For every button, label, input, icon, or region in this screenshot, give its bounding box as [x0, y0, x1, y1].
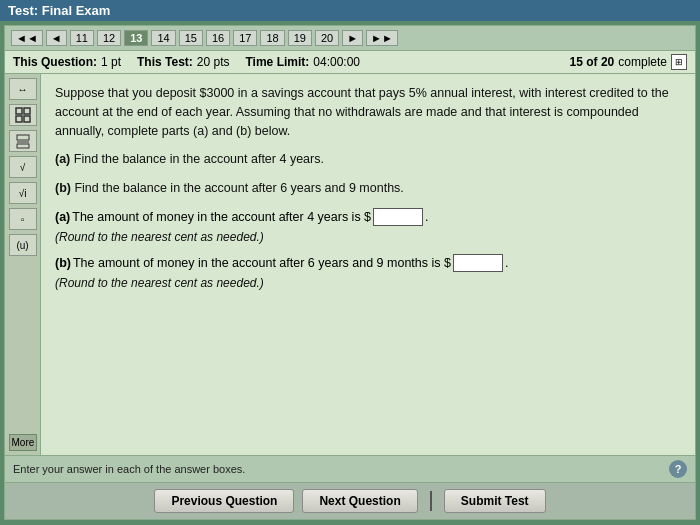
title-label: Test: [8, 3, 38, 18]
tool-dot[interactable]: ▫ [9, 208, 37, 230]
question-pts: This Question: 1 pt [13, 55, 121, 69]
part-b-answer-line: (b) The amount of money in the account a… [55, 254, 681, 272]
part-b-suffix: . [505, 256, 508, 270]
question-content: Suppose that you deposit $3000 in a savi… [41, 74, 695, 455]
time-label: Time Limit: [246, 55, 310, 69]
nav-back-all[interactable]: ◄◄ [11, 30, 43, 46]
nav-page-13[interactable]: 13 [124, 30, 148, 46]
title-bar: Test: Final Exam [0, 0, 700, 21]
svg-rect-6 [17, 144, 29, 148]
nav-bar: ◄◄ ◄ 11 12 13 14 15 16 17 18 19 20 ► ►► [5, 26, 695, 51]
bottom-buttons: Previous Question Next Question Submit T… [5, 482, 695, 519]
nav-page-19[interactable]: 19 [288, 30, 312, 46]
test-value: 20 pts [197, 55, 230, 69]
nav-page-11[interactable]: 11 [70, 30, 94, 46]
question-value: 1 pt [101, 55, 121, 69]
test-label: This Test: [137, 55, 193, 69]
nav-page-16[interactable]: 16 [206, 30, 230, 46]
nav-page-15[interactable]: 15 [179, 30, 203, 46]
main-container: ◄◄ ◄ 11 12 13 14 15 16 17 18 19 20 ► ►► … [4, 25, 696, 520]
info-bar: This Question: 1 pt This Test: 20 pts Ti… [5, 51, 695, 74]
title-value: Final Exam [42, 3, 111, 18]
sub-a-instruction: (a) Find the balance in the account afte… [55, 150, 681, 169]
help-icon[interactable]: ? [669, 460, 687, 478]
previous-question-button[interactable]: Previous Question [154, 489, 294, 513]
part-a-prefix: The amount of money in the account after… [72, 210, 371, 224]
part-b-label: (b) [55, 256, 71, 270]
time-limit: Time Limit: 04:00:00 [246, 55, 361, 69]
submit-test-button[interactable]: Submit Test [444, 489, 546, 513]
part-b-round-note: (Round to the nearest cent as needed.) [55, 276, 681, 290]
part-a-input[interactable] [373, 208, 423, 226]
nav-page-12[interactable]: 12 [97, 30, 121, 46]
tool-sqrt-i[interactable]: √i [9, 182, 37, 204]
svg-rect-4 [17, 135, 29, 140]
footer-text: Enter your answer in each of the answer … [13, 463, 245, 475]
nav-page-20[interactable]: 20 [315, 30, 339, 46]
tool-matrix[interactable] [9, 104, 37, 126]
sub-a-label: (a) [55, 152, 70, 166]
sub-b-text: Find the balance in the account after 6 … [74, 181, 403, 195]
sub-a-text: Find the balance in the account after 4 … [74, 152, 324, 166]
next-question-button[interactable]: Next Question [302, 489, 417, 513]
sub-b-label: (b) [55, 181, 71, 195]
progress-text: 15 of 20 [570, 55, 615, 69]
nav-forward-one[interactable]: ► [342, 30, 363, 46]
complete-text: complete [618, 55, 667, 69]
time-value: 04:00:00 [313, 55, 360, 69]
part-a-round-note: (Round to the nearest cent as needed.) [55, 230, 681, 244]
progress-badge: 15 of 20 complete ⊞ [570, 54, 687, 70]
nav-forward-all[interactable]: ►► [366, 30, 398, 46]
tool-paren[interactable]: (u) [9, 234, 37, 256]
more-button[interactable]: More [9, 434, 37, 451]
nav-page-14[interactable]: 14 [151, 30, 175, 46]
question-label: This Question: [13, 55, 97, 69]
question-body: Suppose that you deposit $3000 in a savi… [55, 84, 681, 140]
sub-b-instruction: (b) Find the balance in the account afte… [55, 179, 681, 198]
part-b-prefix: The amount of money in the account after… [73, 256, 451, 270]
expand-icon[interactable]: ⊞ [671, 54, 687, 70]
svg-rect-1 [24, 108, 30, 114]
svg-rect-2 [16, 116, 22, 122]
svg-rect-3 [24, 116, 30, 122]
nav-back-one[interactable]: ◄ [46, 30, 67, 46]
tool-sqrt[interactable]: √ [9, 156, 37, 178]
part-b-input[interactable] [453, 254, 503, 272]
nav-page-17[interactable]: 17 [233, 30, 257, 46]
part-a-answer-line: (a) The amount of money in the account a… [55, 208, 681, 226]
button-divider [430, 491, 432, 511]
part-a-suffix: . [425, 210, 428, 224]
svg-rect-0 [16, 108, 22, 114]
tool-fraction[interactable] [9, 130, 37, 152]
nav-page-18[interactable]: 18 [260, 30, 284, 46]
footer-bar: Enter your answer in each of the answer … [5, 455, 695, 482]
left-toolbar: ↔ √ √i ▫ (u) More [5, 74, 41, 455]
test-pts: This Test: 20 pts [137, 55, 229, 69]
content-area: ↔ √ √i ▫ (u) More [5, 74, 695, 455]
tool-arrows[interactable]: ↔ [9, 78, 37, 100]
part-a-label: (a) [55, 210, 70, 224]
